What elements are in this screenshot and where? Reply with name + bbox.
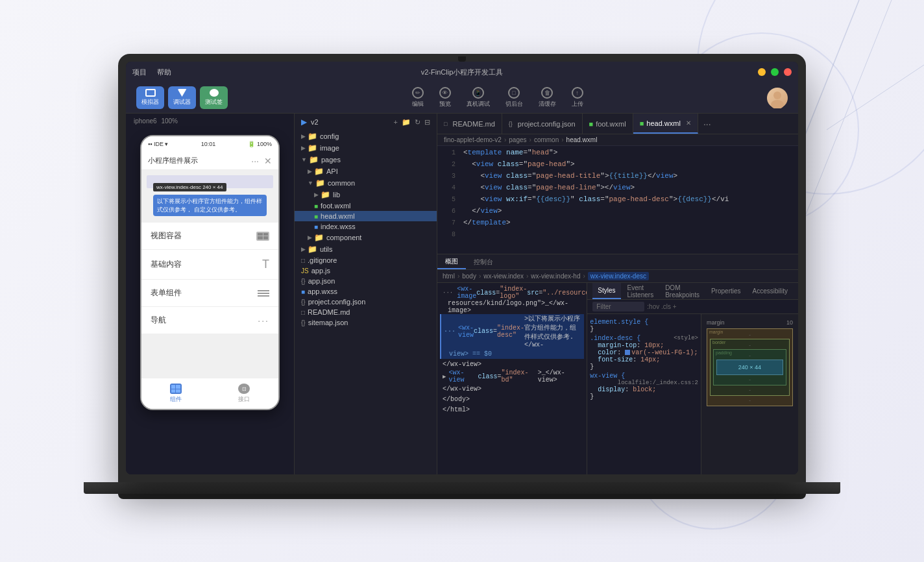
real-debug-action[interactable]: 📱 真机调试 [467,87,490,108]
devtools-tab-properties[interactable]: Properties [706,283,746,299]
debugger-button[interactable]: 调试器 [168,86,196,109]
code-line-2: 2 <view class="page-head"> [437,160,798,172]
html-line-3[interactable]: ··· <wx-view class="index-desc" >以下将展示小程… [440,314,584,348]
styles-panel[interactable]: element.style { } .index-desc { <style> [587,314,701,474]
tree-item-pages[interactable]: ▼ 📁 pages [295,154,437,165]
minimize-button[interactable] [758,68,766,76]
tab-close-icon[interactable]: ✕ [686,119,691,127]
title-bar: 项目 帮助 v2-FinClip小程序开发工具 [126,62,798,82]
app-container: 项目 帮助 v2-FinClip小程序开发工具 [126,62,798,474]
root-folder: v2 [311,118,319,126]
tree-item-gitignore[interactable]: □ .gitignore [295,255,437,265]
debugger-label: 调试器 [173,98,191,106]
devtools-tab-accessibility[interactable]: Accessibility [748,283,793,299]
simulator-button[interactable]: 模拟器 [136,86,164,109]
tree-item-component[interactable]: ▶ 📁 component [295,232,437,243]
close-button[interactable] [784,68,792,76]
clear-cache-action[interactable]: 🗑 清缓存 [539,87,556,108]
html-line-5: </wx-view> [440,359,584,369]
preview-action[interactable]: 👁 预览 [439,87,451,108]
refresh-icon[interactable]: ↻ [415,118,420,127]
tab-foot-wxml[interactable]: ■ foot.wxml [583,114,633,134]
file-tree-panel: ▶ v2 + 📁 ↻ ⊟ ▶ 📁 [295,114,437,474]
phone-nav-component[interactable]: 组件 [170,384,182,404]
phone-nav-api[interactable]: ⊡ 接口 [238,384,250,404]
style-rule-element: element.style { } [590,319,698,333]
collapse-all-icon[interactable]: ⊟ [424,118,430,127]
new-folder-icon[interactable]: 📁 [402,118,411,127]
tree-item-readme[interactable]: □ README.md [295,307,437,317]
simulator-icon [145,89,156,97]
styles-toolbar: :hov .cls + [587,300,798,314]
devtools-tab-event-listeners[interactable]: Event Listeners [622,283,659,299]
bottom-content: ··· <wx-image class="index-logo" src="..… [437,283,798,474]
tree-item-project-config[interactable]: {} project.config.json [295,297,437,307]
app-title: v2-FinClip小程序开发工具 [421,67,504,77]
style-rule-index-desc: .index-desc { <style> margin-top: 10px; … [590,335,698,371]
phone-highlight-container: wx-view.index-desc 240 × 44 以下将展示小程序官方组件… [141,170,278,216]
devtools-tab-styles[interactable]: Styles [592,283,620,299]
filter-input[interactable] [592,302,644,312]
toolbar-left: 模拟器 调试器 测试签 [136,86,228,109]
box-border: border - padding - 240 × 44 [710,339,790,396]
collapse-icon[interactable]: ▶ [301,117,307,127]
phone-highlight-text: 以下将展示小程序官方组件能力，组件样式仅供参考， 自定义仅供参考。 [157,197,263,214]
phone-menu-basic-content[interactable]: 基础内容 T [141,250,278,280]
code-line-5: 5 <view wx:if="{{desc}}" class="page-hea… [437,195,798,207]
html-tree[interactable]: ··· <wx-image class="index-logo" src="..… [437,283,587,474]
phone-menu-nav[interactable]: 导航 ··· [141,307,278,334]
menu-help[interactable]: 帮助 [157,67,171,77]
user-avatar[interactable] [767,88,788,108]
tree-item-common[interactable]: ▼ 📁 common [295,177,437,189]
upload-action[interactable]: ↑ 上传 [572,87,583,108]
tree-item-head-wxml[interactable]: ■ head.wxml [295,211,437,221]
laptop-wrapper: 项目 帮助 v2-FinClip小程序开发工具 [118,54,806,508]
html-line-9: </html> [440,404,584,415]
bottom-tab-preview[interactable]: 概图 [437,254,466,269]
maximize-button[interactable] [771,68,779,76]
tree-item-index-wxss[interactable]: ■ index.wxss [295,221,437,232]
simulator-label: 模拟器 [141,98,159,106]
real-debug-icon: 📱 [472,87,484,99]
tree-item-foot-wxml[interactable]: ■ foot.wxml [295,201,437,211]
code-line-6: 6 </view> [437,207,798,219]
tree-item-utils[interactable]: ▶ 📁 utils [295,243,437,255]
svg-line-2 [827,65,924,130]
test-button[interactable]: 测试签 [200,86,228,109]
edit-action[interactable]: ✏ 编辑 [412,87,424,108]
element-breadcrumb: html › body › wx-view.index › wx-view.in… [437,270,798,283]
tree-item-app-wxss[interactable]: ■ app.wxss [295,286,437,297]
tree-item-image[interactable]: ▶ 📁 image [295,142,437,154]
tree-item-sitemap[interactable]: {} sitemap.json [295,317,437,328]
devtools-tab-dom-breakpoints[interactable]: DOM Breakpoints [660,283,705,299]
tab-project-config[interactable]: {} project.config.json [502,114,583,134]
tree-item-app-js[interactable]: JS app.js [295,265,437,276]
styles-main: element.style { } .index-desc { <style> [587,314,798,474]
clear-cache-icon: 🗑 [541,87,553,99]
phone-menu-form[interactable]: 表单组件 [141,280,278,307]
background-action[interactable]: □ 切后台 [505,87,523,108]
component-nav-icon [170,384,182,394]
code-editor[interactable]: 1 <template name="head"> 2 <view class="… [437,146,798,254]
tab-readme[interactable]: □ README.md [437,114,502,134]
tree-item-API[interactable]: ▶ 📁 API [295,165,437,177]
nav-icon: ··· [258,315,269,326]
bottom-tab-console[interactable]: 控制台 [466,254,501,269]
basic-content-icon: T [262,258,269,271]
box-content: 240 × 44 [716,360,783,375]
new-file-icon[interactable]: + [394,118,398,127]
phone-menu-view-container[interactable]: 视图容器 [141,223,278,250]
tab-head-wxml[interactable]: ■ head.wxml ✕ [633,114,698,134]
file-tree-header: ▶ v2 + 📁 ↻ ⊟ [295,114,437,130]
upload-icon: ↑ [572,87,583,99]
tree-item-lib[interactable]: ▶ 📁 lib [295,189,437,201]
more-tabs-icon[interactable]: ··· [698,119,716,129]
tree-item-app-json[interactable]: {} app.json [295,276,437,286]
phone-status-bar: ▪▪ IDE ▾ 10:01 🔋 100% [141,136,278,152]
menu-project[interactable]: 项目 [132,67,147,77]
laptop-base [84,482,840,494]
tree-item-config[interactable]: ▶ 📁 config [295,130,437,142]
html-line-2: resources/kind/logo.png">_</wx-image> [440,300,584,314]
html-line-1: ··· <wx-image class="index-logo" src="..… [440,286,584,300]
html-line-4[interactable]: view> == $0 [440,348,584,359]
